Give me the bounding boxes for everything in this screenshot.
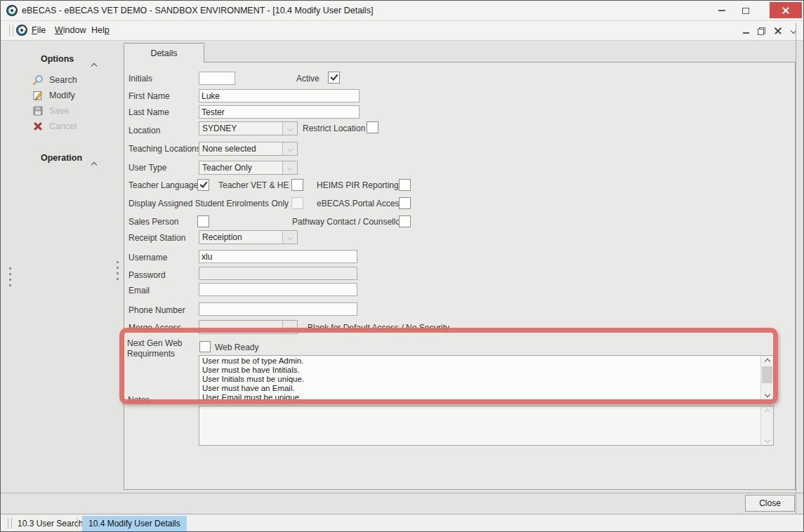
restrict-location-checkbox[interactable] — [367, 121, 378, 133]
last-name-label: Last Name — [128, 107, 169, 117]
pathway-contact-checkbox[interactable] — [399, 215, 411, 227]
operation-section-header[interactable]: Operation — [41, 153, 82, 163]
app-logo-small-icon — [16, 25, 27, 36]
dropdown-button[interactable] — [282, 122, 297, 135]
first-name-label: First Name — [128, 91, 170, 101]
mdi-menu-chevron-button[interactable] — [787, 26, 800, 36]
sales-person-checkbox[interactable] — [197, 215, 209, 227]
mdi-close-button[interactable] — [772, 26, 784, 36]
sales-person-label: Sales Person — [128, 217, 178, 227]
scroll-up-button[interactable] — [761, 406, 773, 417]
receipt-station-label: Receipt Station — [128, 233, 185, 243]
scrollbar-thumb[interactable] — [762, 366, 772, 383]
window-minimize-button[interactable] — [711, 2, 732, 19]
minimize-icon — [718, 10, 725, 11]
dropdown-button[interactable] — [282, 161, 297, 174]
teaching-locations-label: Teaching Locations — [128, 144, 201, 154]
notes-scrollbar[interactable] — [760, 406, 773, 445]
splitter-grip-panel[interactable] — [117, 261, 119, 280]
active-label: Active — [296, 74, 319, 84]
requirements-scrollbar[interactable] — [760, 356, 773, 399]
dropdown-button[interactable] — [282, 231, 297, 244]
receipt-station-dropdown[interactable]: Receiption — [199, 230, 298, 244]
requirements-text: User must be of type Admin. User must be… — [202, 357, 759, 400]
restore-icon — [758, 27, 765, 35]
close-button[interactable]: Close — [745, 495, 795, 512]
dropdown-button — [282, 321, 297, 333]
teacher-vet-he-checkbox[interactable] — [291, 179, 303, 191]
active-checkbox[interactable] — [328, 72, 340, 84]
chevron-down-icon — [287, 126, 293, 131]
heims-pir-checkbox[interactable] — [399, 179, 411, 191]
bottom-tab-modify-user-details[interactable]: 10.4 Modify User Details — [82, 516, 187, 531]
window-close-button[interactable] — [770, 2, 802, 18]
chevron-up-icon — [91, 63, 97, 69]
dropdown-button[interactable] — [282, 142, 297, 155]
chevron-down-icon — [287, 324, 293, 330]
menu-file[interactable]: File — [32, 25, 46, 35]
username-input[interactable] — [199, 250, 357, 263]
initials-input[interactable] — [199, 72, 235, 85]
save-icon — [32, 105, 44, 117]
teacher-language-label: Teacher Language — [128, 180, 198, 190]
requirements-textarea[interactable]: User must be of type Admin. User must be… — [199, 355, 774, 400]
last-name-input[interactable] — [199, 105, 360, 119]
scroll-up-button[interactable] — [761, 356, 773, 366]
sidebar-item-search[interactable]: Search — [32, 74, 77, 86]
tab-bar-grip[interactable] — [8, 518, 12, 528]
splitter-grip-left[interactable] — [9, 267, 11, 286]
sidebar-item-label: Save — [49, 106, 70, 116]
initials-label: Initials — [128, 74, 152, 84]
email-input[interactable] — [199, 283, 357, 296]
next-gen-web-requirements-label: Next Gen Web Requirments — [127, 338, 196, 359]
client-area-border — [796, 22, 796, 514]
chevron-up-icon — [91, 162, 97, 168]
mdi-minimize-button[interactable] — [739, 26, 752, 36]
mdi-restore-button[interactable] — [755, 26, 767, 36]
window-maximize-button[interactable] — [735, 2, 756, 19]
password-input — [199, 267, 357, 280]
phone-number-input[interactable] — [199, 302, 357, 316]
restrict-location-label: Restrict Location — [303, 124, 365, 133]
sidebar-item-label: Search — [49, 75, 77, 85]
location-dropdown[interactable]: SYDNEY — [199, 121, 298, 135]
bottom-tab-user-search[interactable]: 10.3 User Search — [13, 514, 87, 532]
display-assigned-checkbox — [291, 197, 303, 209]
sidebar-item-cancel[interactable]: Cancel — [32, 121, 77, 132]
window-title: eBECAS - eBECAS VET DEMO - SANDBOX ENVIR… — [22, 6, 373, 15]
scroll-down-button[interactable] — [761, 389, 773, 399]
sidebar-item-modify[interactable]: Modify — [32, 90, 75, 101]
menu-help[interactable]: Help — [91, 25, 110, 35]
cancel-x-icon — [32, 121, 44, 132]
username-label: Username — [128, 253, 167, 262]
close-icon — [781, 6, 791, 15]
toolbar-grip[interactable] — [9, 25, 13, 36]
teaching-locations-dropdown[interactable]: None selected — [199, 142, 298, 156]
portal-access-checkbox[interactable] — [399, 197, 411, 209]
close-icon — [774, 27, 782, 35]
sidebar-item-save[interactable]: Save — [32, 105, 70, 117]
scroll-down-button[interactable] — [761, 434, 773, 445]
user-type-dropdown[interactable]: Teacher Only — [199, 161, 298, 175]
search-icon — [32, 74, 44, 86]
title-bar: eBECAS - eBECAS VET DEMO - SANDBOX ENVIR… — [1, 1, 803, 21]
teacher-language-checkbox[interactable] — [197, 179, 209, 191]
options-collapse-button[interactable] — [92, 58, 96, 71]
operation-collapse-button[interactable] — [92, 157, 96, 170]
edit-icon — [32, 90, 44, 101]
tab-details[interactable]: Details — [124, 43, 204, 62]
chevron-up-icon — [764, 408, 770, 414]
chevron-down-icon — [287, 165, 293, 171]
web-ready-checkbox[interactable] — [199, 341, 211, 352]
menu-window[interactable]: Window — [55, 25, 86, 35]
chevron-down-icon — [287, 234, 293, 240]
first-name-input[interactable] — [199, 89, 360, 102]
footer-divider — [1, 493, 803, 493]
app-window: eBECAS - eBECAS VET DEMO - SANDBOX ENVIR… — [0, 0, 804, 532]
merge-access-note: Blank for Default Access / No Security — [308, 323, 449, 333]
teacher-vet-he-label: Teacher VET & HE — [218, 180, 289, 190]
app-logo-icon — [6, 5, 18, 16]
merge-access-label: Merge Access — [128, 323, 181, 333]
notes-textarea[interactable] — [199, 406, 774, 446]
options-section-header[interactable]: Options — [41, 54, 74, 64]
